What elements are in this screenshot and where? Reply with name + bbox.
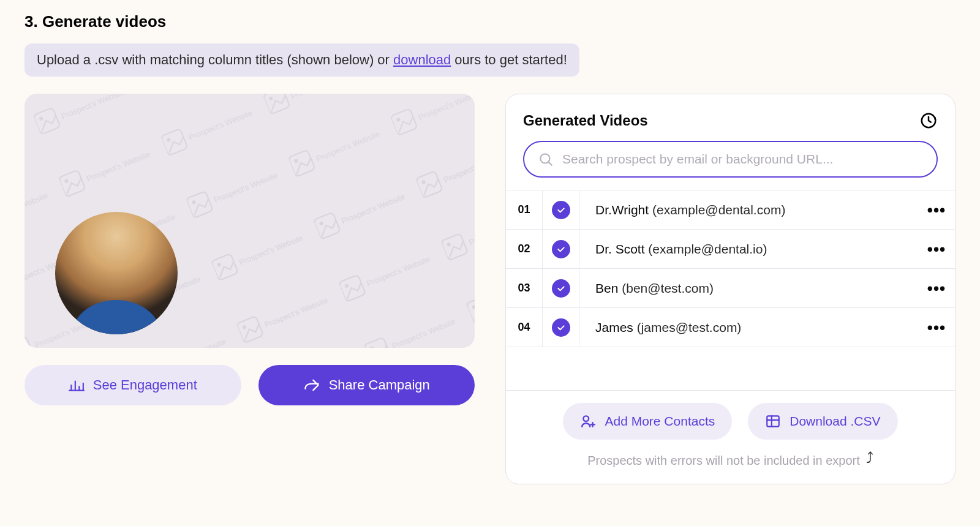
prospect-name: Dr.Wright: [595, 203, 652, 217]
presenter-avatar: [55, 212, 178, 334]
download-template-link[interactable]: download: [393, 52, 451, 67]
banner-text-prefix: Upload a .csv with matching column title…: [37, 52, 393, 67]
see-engagement-button[interactable]: See Engagement: [24, 365, 241, 405]
share-arrow-icon: [303, 377, 320, 394]
prospect-email: (james@test.com): [637, 320, 742, 334]
banner-text-suffix: ours to get started!: [451, 52, 567, 67]
row-status: [543, 230, 579, 268]
share-campaign-label: Share Campaign: [329, 377, 430, 393]
row-more-menu[interactable]: •••: [918, 202, 955, 218]
dots-horizontal-icon: •••: [927, 280, 946, 296]
prospect-row: 03Ben (ben@test.com)•••: [506, 269, 955, 308]
search-icon: [538, 151, 554, 167]
info-banner: Upload a .csv with matching column title…: [24, 43, 579, 77]
panel-title: Generated Videos: [523, 112, 648, 129]
prospect-row: 04James (james@test.com)•••: [506, 308, 955, 347]
video-preview-placeholder: Prospect's Website: [24, 94, 475, 348]
history-icon[interactable]: [919, 111, 938, 130]
table-icon: [765, 413, 781, 429]
prospect-email: (example@dental.com): [652, 203, 785, 217]
add-more-contacts-button[interactable]: Add More Contacts: [563, 403, 732, 440]
export-footnote: Prospects with errors will not be includ…: [587, 454, 860, 468]
svg-point-12: [584, 416, 589, 421]
row-number: 01: [506, 190, 543, 229]
see-engagement-label: See Engagement: [93, 377, 197, 393]
dots-horizontal-icon: •••: [927, 202, 946, 218]
row-number: 03: [506, 269, 543, 307]
prospect-email: (example@dental.io): [648, 242, 767, 256]
check-circle-icon: [552, 201, 570, 219]
prospect-email: (ben@test.com): [622, 281, 714, 295]
search-input[interactable]: [562, 152, 923, 167]
row-more-menu[interactable]: •••: [918, 241, 955, 257]
prospect-row: 02Dr. Scott (example@dental.io)•••: [506, 230, 955, 269]
row-status: [543, 269, 579, 307]
prospect-name: Ben: [595, 281, 622, 295]
bar-chart-icon: [69, 377, 85, 393]
dots-horizontal-icon: •••: [927, 320, 946, 336]
row-prospect: Ben (ben@test.com): [579, 281, 918, 296]
svg-rect-15: [767, 416, 780, 426]
dots-horizontal-icon: •••: [927, 241, 946, 257]
section-title: 3. Generate videos: [24, 12, 956, 31]
row-number: 02: [506, 230, 543, 268]
add-more-contacts-label: Add More Contacts: [605, 414, 715, 429]
check-circle-icon: [552, 318, 570, 337]
svg-line-11: [549, 162, 552, 165]
generated-videos-panel: Generated Videos 01Dr.Wright (example@de…: [505, 94, 956, 484]
prospect-name: James: [595, 320, 637, 334]
row-number: 04: [506, 308, 543, 347]
row-more-menu[interactable]: •••: [918, 320, 955, 336]
row-prospect: Dr.Wright (example@dental.com): [579, 203, 918, 217]
download-csv-button[interactable]: Download .CSV: [748, 403, 897, 440]
prospect-name: Dr. Scott: [595, 242, 648, 256]
search-box[interactable]: [523, 141, 938, 178]
prospect-row: 01Dr.Wright (example@dental.com)•••: [506, 190, 955, 230]
row-status: [543, 190, 579, 229]
row-prospect: Dr. Scott (example@dental.io): [579, 242, 918, 257]
user-plus-icon: [580, 413, 596, 429]
row-status: [543, 308, 579, 347]
check-circle-icon: [552, 279, 570, 298]
curved-arrow-icon: ⤴: [866, 449, 873, 467]
share-campaign-button[interactable]: Share Campaign: [258, 365, 475, 405]
row-more-menu[interactable]: •••: [918, 280, 955, 296]
download-csv-label: Download .CSV: [790, 414, 880, 429]
row-prospect: James (james@test.com): [579, 320, 918, 335]
check-circle-icon: [552, 240, 570, 258]
